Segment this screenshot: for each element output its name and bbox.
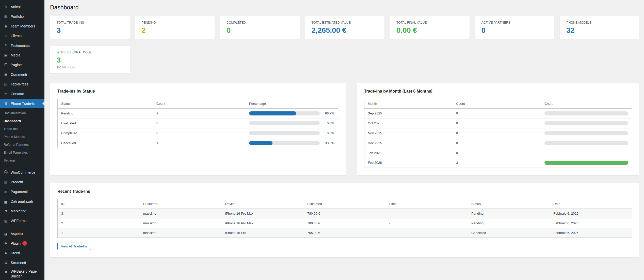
sidebar-item-plugin[interactable]: ❖ Plugin 4	[0, 239, 44, 248]
count-cell: 0	[453, 118, 541, 128]
sidebar-item-wpbakery[interactable]: ◆ WPBakery Page Builder	[0, 268, 44, 280]
status-cell: Pending	[468, 218, 550, 228]
final-cell: -	[386, 228, 468, 238]
status-cell: Pending	[58, 108, 153, 118]
sidebar-subitem-documentation[interactable]: Documentation	[0, 109, 44, 117]
sidebar-item-tablepress[interactable]: ▤ TablePress	[0, 79, 44, 89]
column-header: Status	[468, 199, 550, 209]
sidebar-subitem-trade-ins[interactable]: Trade-Ins	[0, 125, 44, 133]
sidebar-item-team-members[interactable]: ☻ Team Members	[0, 21, 44, 31]
sidebar-subitem-dashboard[interactable]: Dashboard	[0, 117, 44, 125]
sidebar-item-clients[interactable]: ☺ Clients	[0, 31, 44, 41]
sidebar-item-portfolio[interactable]: ▦ Portfolio	[0, 12, 44, 21]
month-cell: Nov 2025	[364, 128, 453, 138]
sidebar-item-utenti[interactable]: ♟ Utenti	[0, 248, 44, 258]
pages-icon: ❐	[3, 63, 8, 67]
device-cell: iPhone 16 Pro Max	[222, 209, 304, 218]
table-row: Cancelled 1 33.3%	[58, 138, 338, 148]
status-cell: Evaluated	[58, 118, 153, 128]
sidebar-item-label: WPForms	[11, 219, 26, 223]
sidebar-item-label: WooCommerce	[11, 170, 35, 174]
sidebar-item-testimonials[interactable]: ❝ Testimonials	[0, 41, 44, 50]
sidebar-item-pagamenti[interactable]: ▭ Pagamenti	[0, 187, 44, 197]
sidebar-item-aspetto[interactable]: ◪ Aspetto	[0, 229, 44, 239]
id-cell: 2	[58, 218, 140, 228]
status-cell: Completed	[58, 128, 153, 138]
month-table: Month Count Chart Sep 2025 0 Oct 2025	[364, 99, 632, 168]
mail-icon: ✉	[3, 92, 8, 96]
sidebar-item-wpforms[interactable]: ▨ WPForms	[0, 216, 44, 226]
stat-label: ACTIVE PARTNERS	[481, 21, 548, 24]
sidebar-item-label: Strumenti	[11, 261, 26, 265]
progress-fill	[249, 141, 273, 145]
sidebar-item-phone-trade-in[interactable]: ▯ Phone Trade-In	[0, 99, 44, 108]
sidebar-item-label: Prodotti	[11, 180, 23, 184]
progress-fill	[544, 161, 628, 165]
media-icon: ▣	[3, 53, 8, 57]
sidebar-item-label: Phone Trade-In	[11, 101, 35, 106]
appearance-icon: ◪	[3, 232, 8, 236]
stat-label: TOTAL FINAL VALUE	[396, 21, 463, 24]
sidebar-item-label: TablePress	[11, 82, 28, 86]
date-cell: Febbraio 6, 2026	[550, 228, 632, 238]
progress-track	[544, 111, 628, 115]
stats-grid: TOTAL TRADE-INS 3 PENDING 2 COMPLETED 0 …	[50, 16, 639, 73]
sidebar-item-label: Testimonials	[11, 43, 30, 48]
estimated-cell: 705.00 €	[304, 228, 386, 238]
stat-value: 2,265.00 €	[312, 26, 378, 35]
sidebar-subitem-email-templates[interactable]: Email Templates	[0, 149, 44, 156]
sidebar-item-strumenti[interactable]: ⚙ Strumenti	[0, 258, 44, 268]
count-cell: 2	[153, 108, 246, 118]
sidebar-item-dati-analizzati[interactable]: ▅ Dati analizzati	[0, 197, 44, 206]
percentage-label: 33.3%	[323, 141, 334, 145]
panel-title: Trade-Ins by Month (Last 6 Months)	[364, 89, 632, 94]
sidebar-item-marketing[interactable]: ⚑ Marketing	[0, 206, 44, 216]
column-header: Percentage	[246, 99, 338, 108]
stat-label: COMPLETED	[227, 21, 293, 24]
progress-track	[544, 121, 628, 125]
sidebar-item-label: Clients	[11, 34, 22, 38]
sidebar-item-prodotti[interactable]: ▥ Prodotti	[0, 177, 44, 187]
sidebar-item-label: Contatto	[11, 92, 24, 96]
pushpin-icon: ✎	[3, 5, 8, 9]
sidebar-item-contatto[interactable]: ✉ Contatto	[0, 89, 44, 99]
stat-card-total-estimated-value: TOTAL ESTIMATED VALUE 2,265.00 €	[305, 16, 385, 39]
sidebar-item-label: Media	[11, 53, 20, 57]
table-row: Oct 2025 0	[364, 118, 632, 128]
table-row: Sep 2025 0	[364, 108, 632, 118]
view-all-trade-ins-button[interactable]: View All Trade-Ins	[57, 243, 91, 250]
trade-ins-by-month-panel: Trade-Ins by Month (Last 6 Months) Month…	[357, 83, 639, 175]
table-row: 1 massimo iPhone 16 Pro 705.00 € - Cance…	[58, 228, 632, 238]
progress-track	[249, 121, 320, 125]
column-header: Chart	[541, 99, 632, 108]
sidebar-item-label: Pagine	[11, 63, 22, 67]
sidebar-item-woocommerce[interactable]: Ⓦ WooCommerce	[0, 168, 44, 177]
percentage-cell: 33.3%	[246, 138, 338, 148]
panel-title: Recent Trade-Ins	[57, 189, 632, 194]
trade-ins-by-status-panel: Trade-Ins by Status Status Count Percent…	[50, 83, 346, 175]
month-cell: Jan 2026	[364, 148, 453, 158]
device-cell: iPhone 16 Pro	[222, 228, 304, 238]
sidebar-item-label: WPBakery Page Builder	[11, 269, 44, 279]
sidebar-subitem-referral-partners[interactable]: Referral Partners	[0, 141, 44, 149]
sidebar-item-media[interactable]: ▣ Media	[0, 50, 44, 60]
chart-cell	[541, 138, 632, 148]
stat-card-total-trade-ins: TOTAL TRADE-INS 3	[50, 16, 130, 39]
sidebar-item-articoli[interactable]: ✎ Articoli	[0, 2, 44, 12]
sidebar-subitem-settings[interactable]: Settings	[0, 156, 44, 164]
stat-label: PENDING	[142, 21, 208, 24]
stat-value: 0.00 €	[396, 26, 463, 35]
table-header-row: ID Customer Device Estimated Final Statu…	[58, 199, 632, 209]
sidebar-item-label: Team Members	[11, 24, 35, 28]
stat-label: PHONE MODELS	[566, 21, 633, 24]
sidebar-subitem-phone-models[interactable]: Phone Models	[0, 133, 44, 141]
sidebar-item-pagine[interactable]: ❐ Pagine	[0, 60, 44, 70]
sidebar-item-commenti[interactable]: ◉ Commenti	[0, 70, 44, 79]
people-icon: ☻	[3, 24, 8, 28]
sidebar-item-label: Plugin	[11, 241, 21, 245]
sidebar-item-label: Marketing	[11, 209, 26, 213]
percentage-cell: 0.0%	[246, 128, 338, 138]
products-icon: ▥	[3, 180, 8, 184]
month-cell: Feb 2026	[364, 158, 453, 168]
page-title: Dashboard	[50, 4, 639, 11]
